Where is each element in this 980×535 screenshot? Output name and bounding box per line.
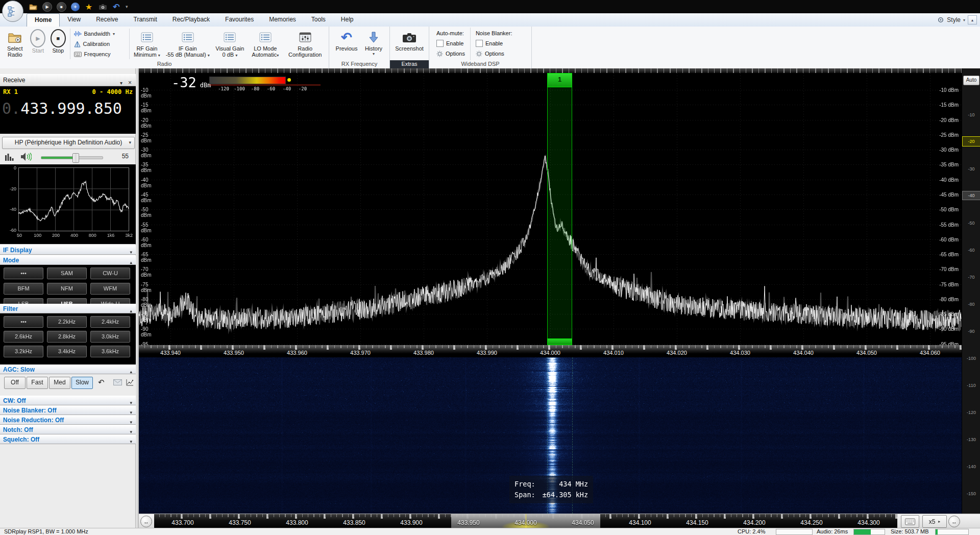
receive-panel-header[interactable]: Receive ▾ × — [0, 74, 136, 86]
db-label-left-9: -55 dBm — [141, 222, 152, 228]
section-header-noise-reduction[interactable]: Noise Reduction: Off▾ — [0, 415, 136, 425]
agc-button-med[interactable]: Med — [49, 377, 70, 389]
section-header-squelch[interactable]: Squelch: Off▾ — [0, 434, 136, 444]
tab-receive[interactable]: Receive — [88, 13, 126, 26]
app-menu-button[interactable] — [2, 1, 23, 22]
play-icon[interactable]: ▶ — [42, 2, 52, 12]
volume-slider-handle[interactable] — [72, 153, 79, 163]
style-selector[interactable]: Style — [947, 16, 961, 23]
mode-button-bfm[interactable]: BFM — [4, 283, 43, 295]
tuned-band-marker[interactable]: 1 — [547, 73, 573, 345]
filter-button-3-4khz[interactable]: 3.4kHz — [47, 346, 87, 357]
undo-icon[interactable]: ↶ — [112, 2, 121, 11]
visual-gain-button[interactable]: Visual Gain 0 dB ▾ — [213, 28, 248, 60]
lo-mode-button[interactable]: LO Mode Automatic▾ — [247, 28, 283, 60]
tuned-frequency-display[interactable]: 0.433.999.850 — [2, 100, 122, 117]
noise-blanker-enable-checkbox[interactable]: Enable — [476, 39, 512, 47]
cpu-status-text: CPU: 2.4% — [738, 528, 765, 535]
favourite-star-icon[interactable]: ★ — [84, 2, 93, 11]
section-header-if-display[interactable]: IF Display▾ — [0, 245, 136, 255]
frequency-nav-ruler[interactable]: 433.700433.750433.800433.850433.900433.9… — [154, 514, 897, 528]
camera-icon[interactable] — [98, 2, 107, 11]
filter-button-more[interactable]: ••• — [4, 316, 43, 328]
section-header-filter[interactable]: Filter▴ — [0, 304, 136, 313]
zoom-step-button[interactable]: x5▸ — [922, 515, 947, 528]
rx-band-number[interactable]: 1 — [547, 73, 573, 87]
mode-button-cw-u[interactable]: CW-U — [90, 268, 130, 279]
spectrum-frequency-ruler[interactable]: 433.940433.950433.960433.970433.980433.9… — [139, 345, 962, 357]
previous-button[interactable]: ↶ Previous — [332, 28, 361, 60]
spectrum-freq-label-1: 433.950 — [224, 350, 244, 356]
filter-button-2-8khz[interactable]: 2.8kHz — [47, 331, 87, 343]
if-gain-button[interactable]: IF Gain -55 dB (Manual) ▾ — [163, 28, 213, 60]
agc-mail-icon[interactable] — [113, 379, 122, 385]
automute-enable-checkbox[interactable]: Enable — [436, 39, 465, 47]
range-handle-top[interactable]: -20 — [962, 136, 980, 147]
audio-device-select[interactable]: HP (Périphérique High Definition Audio)▾ — [2, 137, 135, 149]
ribbon-collapse-button[interactable]: ▴ — [968, 15, 977, 25]
radio-configuration-button[interactable]: Radio Configuration — [283, 28, 327, 60]
equalizer-icon[interactable] — [5, 153, 14, 161]
qat-more-icon[interactable]: ▾ — [126, 4, 128, 9]
radio-status-text: SDRplay RSP1, BW = 1.000 MHz — [4, 528, 88, 535]
tab-view[interactable]: View — [60, 13, 88, 26]
mode-button-wfm[interactable]: WFM — [90, 283, 130, 295]
section-header-mode[interactable]: Mode▴ — [0, 255, 136, 265]
screenshot-button[interactable]: Screenshot — [392, 28, 427, 60]
add-icon[interactable]: + — [71, 3, 80, 11]
agc-graph-icon[interactable] — [126, 379, 134, 386]
filter-button-3-0khz[interactable]: 3.0kHz — [90, 331, 130, 343]
agc-button-slow[interactable]: Slow — [71, 377, 93, 389]
tab-home[interactable]: Home — [27, 13, 60, 27]
range-label--80: -80 — [962, 302, 980, 307]
audio-spectrum-graph — [0, 164, 136, 244]
mode-button-sam[interactable]: SAM — [47, 268, 87, 279]
filter-button-3-6khz[interactable]: 3.6kHz — [90, 346, 130, 357]
mode-button-[interactable]: ••• — [4, 268, 43, 279]
mode-button-nfm[interactable]: NFM — [47, 283, 87, 295]
tab-tools[interactable]: Tools — [304, 13, 333, 26]
stop-button[interactable]: ■ Stop — [48, 28, 68, 60]
nav-scroll-left-button[interactable]: ↔ — [140, 516, 152, 527]
filter-button-3-2khz[interactable]: 3.2kHz — [4, 346, 43, 357]
automute-options-button[interactable]: Options — [436, 50, 465, 58]
tab-help[interactable]: Help — [333, 13, 361, 26]
keyboard-entry-button[interactable] — [901, 515, 919, 528]
range-handle-bottom[interactable]: -40 — [962, 191, 980, 200]
filter-button-2-2khz[interactable]: 2.2kHz — [47, 316, 87, 328]
section-header-notch[interactable]: Notch: Off▾ — [0, 425, 136, 434]
auto-range-button[interactable]: Auto — [963, 76, 979, 85]
select-radio-button[interactable]: Select Radio — [2, 28, 28, 60]
frequency-button[interactable]: Frequency — [74, 50, 126, 59]
open-folder-icon[interactable] — [29, 2, 38, 11]
group-caption-wideband-dsp: Wideband DSP — [429, 60, 531, 68]
history-button[interactable]: History ▾ — [361, 28, 386, 60]
tab-memories[interactable]: Memories — [261, 13, 304, 26]
palette-scale-labels: -120-100-80-60-40-20 — [209, 86, 321, 91]
tab-rec-playback[interactable]: Rec/Playback — [165, 13, 217, 26]
bandwidth-button[interactable]: Bandwidth▾ — [74, 29, 126, 39]
volume-slider[interactable] — [41, 156, 103, 159]
tab-favourites[interactable]: Favourites — [217, 13, 261, 26]
stop-icon[interactable]: ■ — [57, 2, 66, 12]
agc-button-off[interactable]: Off — [4, 377, 26, 389]
nav-scroll-right-button[interactable]: ↔ — [948, 516, 960, 527]
noise-blanker-options-button[interactable]: Options — [476, 50, 512, 58]
agc-undo-icon[interactable]: ↶ — [98, 378, 105, 387]
section-header-cw[interactable]: CW: Off▾ — [0, 396, 136, 405]
waterfall-palette-bar[interactable] — [209, 77, 286, 84]
speaker-icon[interactable] — [20, 152, 32, 161]
gear-icon — [476, 51, 482, 57]
spectrum-range-slider[interactable]: Auto -10-20-30-40-50-60-70-80-90-100-110… — [962, 68, 980, 514]
section-header-noise-blanker[interactable]: Noise Blanker: Off▾ — [0, 405, 136, 415]
filter-button-2-6khz[interactable]: 2.6kHz — [4, 331, 43, 343]
tab-transmit[interactable]: Transmit — [126, 13, 165, 26]
calibration-button[interactable]: Calibration — [74, 39, 126, 49]
filter-button-2-4khz[interactable]: 2.4kHz — [90, 316, 130, 328]
section-header-agc[interactable]: AGC: Slow▴ — [0, 364, 136, 374]
start-button[interactable]: ▶ Start — [28, 28, 48, 60]
agc-button-fast[interactable]: Fast — [27, 377, 48, 389]
sliders-icon — [299, 29, 311, 45]
memory-size-text: Size: 503.7 MB — [891, 528, 929, 535]
rf-gain-button[interactable]: RF Gain Minimum ▾ — [131, 28, 163, 60]
